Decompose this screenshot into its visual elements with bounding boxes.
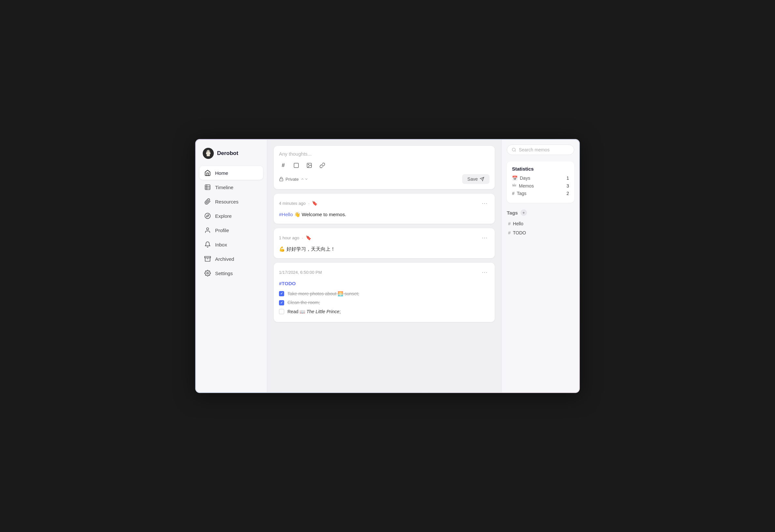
main-content: Any thoughts... # <box>267 139 501 393</box>
tags-add-button[interactable]: + <box>520 209 527 216</box>
sidebar-item-label: Archived <box>215 256 234 262</box>
memo-text: 💪 好好学习，天天向上！ <box>279 246 335 252</box>
memo-card: 1/17/2024, 6:50:00 PM ⋯ #TODO Take more … <box>274 263 495 322</box>
sidebar-logo[interactable]: Derobot <box>200 146 263 161</box>
sidebar-item-label: Home <box>215 170 228 176</box>
svg-point-20 <box>308 164 309 165</box>
sidebar-item-settings[interactable]: Settings <box>200 266 263 280</box>
statistics-title: Statistics <box>512 166 569 172</box>
profile-icon <box>204 227 211 234</box>
compose-footer: Private Save <box>279 174 489 184</box>
compose-placeholder[interactable]: Any thoughts... <box>279 151 489 157</box>
memo-time: 1 hour ago <box>279 235 299 240</box>
tag-item-todo[interactable]: # TODO <box>507 228 574 237</box>
memo-meta: 4 minutes ago · 🔖 <box>279 201 317 206</box>
sidebar-item-label: Resources <box>215 199 239 204</box>
tag-hash-icon: # <box>508 230 511 235</box>
svg-point-4 <box>206 152 211 155</box>
tag-item-hello[interactable]: # Hello <box>507 219 574 228</box>
svg-point-14 <box>207 228 209 230</box>
tag-name: Hello <box>513 221 523 226</box>
stat-value: 1 <box>566 175 569 181</box>
memo-text: 👋 Welcome to memos. <box>294 212 346 217</box>
home-icon <box>204 169 211 176</box>
svg-rect-5 <box>207 155 210 156</box>
sidebar-item-home[interactable]: Home <box>200 166 263 180</box>
todo-checkbox[interactable] <box>279 300 284 305</box>
search-box[interactable]: Search memos <box>507 145 574 155</box>
hashtag-button[interactable]: # <box>279 161 288 170</box>
svg-rect-21 <box>280 179 283 181</box>
todo-tag[interactable]: #TODO <box>279 280 489 287</box>
tag-hello-link[interactable]: #Hello <box>279 212 293 217</box>
memo-meta: 1/17/2024, 6:50:00 PM <box>279 270 322 275</box>
todo-item: Take more photos about 🌅 sunset; <box>279 290 489 297</box>
todo-text: Read 📖 The Little Prince; <box>288 308 341 315</box>
stat-value: 3 <box>566 183 569 189</box>
svg-rect-18 <box>294 163 299 168</box>
memo-time: 4 minutes ago <box>279 201 306 206</box>
sidebar-item-label: Profile <box>215 228 229 233</box>
archived-icon <box>204 255 211 262</box>
save-button[interactable]: Save <box>462 174 489 184</box>
memo-more-button[interactable]: ⋯ <box>480 233 489 242</box>
stat-name: Tags <box>517 191 527 196</box>
memo-more-button[interactable]: ⋯ <box>480 199 489 207</box>
memo-content: #Hello 👋 Welcome to memos. <box>279 211 489 218</box>
svg-point-12 <box>205 213 211 219</box>
sidebar-item-explore[interactable]: Explore <box>200 209 263 223</box>
bookmark-icon[interactable]: 🔖 <box>312 201 317 206</box>
tags-title: Tags <box>507 210 518 216</box>
tag-name: TODO <box>513 230 526 235</box>
statistics-box: Statistics 📅 Days 1 <box>507 161 574 203</box>
sidebar-item-timeline[interactable]: Timeline <box>200 180 263 194</box>
svg-point-17 <box>207 273 209 274</box>
sidebar-item-label: Explore <box>215 213 232 219</box>
search-placeholder: Search memos <box>519 147 549 152</box>
sidebar-item-archived[interactable]: Archived <box>200 252 263 266</box>
sidebar-item-profile[interactable]: Profile <box>200 223 263 237</box>
memo-time: 1/17/2024, 6:50:00 PM <box>279 270 322 275</box>
sidebar-item-inbox[interactable]: Inbox <box>200 238 263 251</box>
tags-section: Tags + # Hello # TODO <box>507 209 574 237</box>
memo-more-button[interactable]: ⋯ <box>480 268 489 276</box>
right-panel: Search memos Statistics 📅 Days 1 <box>501 139 579 393</box>
stat-row-days: 📅 Days 1 <box>512 175 569 181</box>
memo-card: 1 hour ago · 🔖 ⋯ 💪 好好学习，天天向上！ <box>274 228 495 258</box>
privacy-label: Private <box>286 177 299 182</box>
resources-icon <box>204 198 211 205</box>
avatar <box>203 148 214 159</box>
sidebar-item-label: Inbox <box>215 242 227 247</box>
bookmark-icon[interactable]: 🔖 <box>306 235 311 240</box>
settings-icon <box>204 270 211 277</box>
timeline-icon <box>204 184 211 191</box>
inbox-icon <box>204 241 211 248</box>
tag-hash-icon: # <box>508 221 511 226</box>
memo-header: 1/17/2024, 6:50:00 PM ⋯ <box>279 268 489 276</box>
privacy-selector[interactable]: Private <box>279 177 308 182</box>
svg-marker-13 <box>206 215 209 217</box>
memo-content: #TODO Take more photos about 🌅 sunset; C… <box>279 280 489 315</box>
todo-text: Take more photos about 🌅 sunset; <box>288 290 359 297</box>
sidebar-nav: Home Timeline <box>200 166 263 280</box>
compose-box[interactable]: Any thoughts... # <box>274 146 495 189</box>
svg-line-25 <box>515 151 516 152</box>
memo-header: 1 hour ago · 🔖 ⋯ <box>279 233 489 242</box>
app-name: Derobot <box>217 150 238 157</box>
todo-checkbox[interactable] <box>279 309 284 314</box>
code-button[interactable] <box>292 161 301 170</box>
explore-icon <box>204 212 211 219</box>
todo-checkbox[interactable] <box>279 291 284 296</box>
link-button[interactable] <box>318 161 327 170</box>
todo-text: Clean the room; <box>288 299 320 306</box>
calendar-icon: 📅 <box>512 175 517 181</box>
memo-meta: 1 hour ago · 🔖 <box>279 235 311 240</box>
memos-icon <box>512 183 516 189</box>
app-window: Derobot Home <box>195 139 580 393</box>
image-button[interactable] <box>305 161 314 170</box>
todo-item: Read 📖 The Little Prince; <box>279 308 489 315</box>
memo-dot: · <box>302 235 303 240</box>
stat-name: Memos <box>519 183 534 189</box>
sidebar-item-resources[interactable]: Resources <box>200 195 263 208</box>
tags-stat-icon: # <box>512 191 514 196</box>
